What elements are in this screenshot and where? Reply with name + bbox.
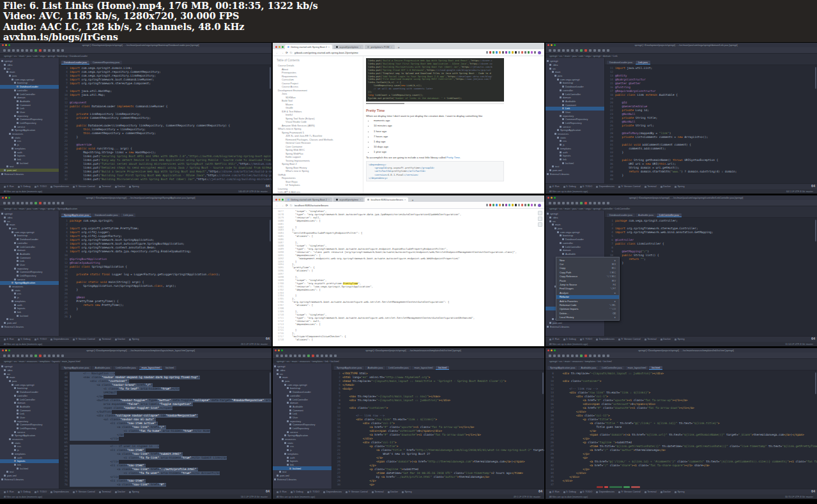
editor-tab[interactable]: Auditable.java: [636, 213, 656, 217]
editor-tab[interactable]: LinkController.java: [657, 213, 682, 217]
editor-tab[interactable]: SpringitApplication.java: [334, 366, 364, 370]
editor-tab[interactable]: list.html: [436, 366, 449, 370]
stop-button[interactable]: [312, 355, 314, 357]
reload-icon[interactable]: ⟳: [286, 204, 288, 207]
extension-icon[interactable]: [534, 204, 537, 206]
toolbar-icon[interactable]: [571, 49, 574, 52]
toolwindow-button[interactable]: 4: Run: [549, 185, 560, 188]
extension-icon[interactable]: [496, 51, 498, 54]
toolbar-icon[interactable]: [43, 202, 46, 204]
code-area[interactable]: 3import com.vega.springit.domain.Link;4i…: [59, 65, 271, 183]
toolwindow-button[interactable]: 6: TODO: [580, 338, 593, 340]
toolbar-icon[interactable]: [567, 355, 569, 357]
editor-tab[interactable]: SpringitApplication.java: [61, 213, 91, 217]
toolwindow-button[interactable]: 6: TODO: [307, 491, 320, 493]
editor-tab[interactable]: list.html: [649, 366, 662, 370]
toolbar-icon[interactable]: [562, 355, 565, 357]
toolwindow-button[interactable]: Docker: [115, 185, 126, 188]
toolbar-icon[interactable]: [558, 355, 560, 357]
editor-tab[interactable]: LinkController.java: [386, 366, 411, 370]
toolbar-icon[interactable]: [8, 49, 10, 52]
toolbar-icon[interactable]: [21, 355, 24, 357]
toc-item[interactable]: Links API & Add-ons: [277, 190, 363, 194]
minimize-window-icon[interactable]: [279, 199, 280, 201]
toolwindow-button[interactable]: 6: TODO: [34, 338, 47, 340]
tab-close-icon[interactable]: ×: [360, 45, 361, 49]
close-window-icon[interactable]: [2, 44, 4, 46]
toolbar-icon[interactable]: [43, 355, 46, 357]
toolbar-icon[interactable]: [30, 49, 33, 52]
toolbar-icon[interactable]: [602, 355, 605, 357]
extension-icon[interactable]: [518, 51, 521, 54]
editor-tab[interactable]: Link.java: [636, 61, 650, 65]
toolwindow-button[interactable]: Dependencies: [596, 338, 615, 340]
extension-icon[interactable]: [499, 204, 501, 206]
toolwindow-button[interactable]: Terminal: [645, 491, 657, 493]
toolwindow-button[interactable]: 4: Run: [549, 491, 560, 493]
extension-icon[interactable]: [489, 204, 492, 206]
close-window-icon[interactable]: [2, 349, 4, 351]
toolwindow-button[interactable]: 5: Debug: [563, 338, 576, 340]
extension-icon[interactable]: [502, 204, 505, 206]
toolbar-icon[interactable]: [607, 355, 609, 357]
extension-icon[interactable]: [502, 51, 505, 54]
editor-tab[interactable]: Auditable.java: [92, 366, 112, 370]
toolwindow-button[interactable]: Spring: [129, 338, 139, 340]
editor-tab[interactable]: list.html: [163, 366, 176, 370]
toolbar-icon[interactable]: [61, 355, 64, 357]
toolwindow-button[interactable]: Docker: [388, 491, 399, 493]
toolwindow-button[interactable]: Spring: [129, 491, 139, 493]
toolbar-icon[interactable]: [593, 355, 596, 357]
toolbar-icon[interactable]: [571, 202, 574, 204]
toolwindow-button[interactable]: 6: TODO: [580, 185, 593, 188]
close-window-icon[interactable]: [275, 199, 277, 201]
stop-button[interactable]: [584, 49, 587, 52]
toolwindow-button[interactable]: Terminal: [99, 491, 111, 493]
toolbar-icon[interactable]: [321, 355, 323, 357]
toolbar-icon[interactable]: [17, 355, 19, 357]
toolwindow-button[interactable]: Dependencies: [596, 491, 615, 493]
toolbar-icon[interactable]: [30, 355, 33, 357]
tab-close-icon[interactable]: ×: [328, 198, 330, 201]
toolwindow-button[interactable]: Spring: [402, 491, 411, 493]
json-viewer-button[interactable]: [538, 222, 542, 227]
prettytime-link[interactable]: Pretty Time: [447, 156, 460, 159]
toolbar-icon[interactable]: [3, 49, 6, 52]
extension-icon[interactable]: [499, 51, 501, 54]
toolbar-icon[interactable]: [553, 49, 556, 52]
toolwindow-button[interactable]: 9: Version Control: [73, 491, 95, 493]
run-button[interactable]: [34, 49, 37, 52]
zoom-window-icon[interactable]: [554, 349, 556, 351]
toolbar-icon[interactable]: [280, 355, 283, 357]
run-button[interactable]: [580, 355, 583, 357]
toolbar-icon[interactable]: [8, 355, 10, 357]
zoom-window-icon[interactable]: [554, 197, 556, 199]
toolwindow-button[interactable]: Dependencies: [50, 338, 69, 340]
stop-button[interactable]: [39, 202, 42, 204]
toolbar-icon[interactable]: [598, 49, 600, 52]
toolwindow-button[interactable]: Terminal: [99, 338, 111, 340]
editor-tab[interactable]: Auditable.java: [365, 366, 385, 370]
toolbar-icon[interactable]: [26, 49, 28, 52]
close-window-icon[interactable]: [547, 44, 549, 46]
extension-icon[interactable]: [512, 51, 514, 54]
tab-close-icon[interactable]: ×: [328, 45, 330, 49]
json-viewer-button[interactable]: [538, 211, 542, 215]
toolwindow-button[interactable]: 5: Debug: [291, 491, 303, 493]
extension-icon[interactable]: [489, 51, 492, 54]
editor-tab[interactable]: main_layout.html: [139, 366, 163, 370]
toolbar-icon[interactable]: [17, 49, 19, 52]
close-window-icon[interactable]: [275, 349, 277, 351]
code-area[interactable]: 11import java.util.List;1213@Entity14@No…: [605, 65, 817, 183]
browser-tab[interactable]: Getting started with Spring Boot 2×: [285, 45, 332, 49]
browser-tab[interactable]: Getting started with Spring Boot 2×: [285, 197, 332, 202]
toolbar-icon[interactable]: [593, 49, 596, 52]
toolbar-icon[interactable]: [3, 202, 6, 204]
zoom-window-icon[interactable]: [281, 349, 283, 351]
forward-icon[interactable]: →: [281, 51, 284, 54]
toolwindow-button[interactable]: 5: Debug: [18, 338, 31, 340]
toolbar-icon[interactable]: [289, 355, 292, 357]
url-text[interactable]: localhost:8080/actuator/beans: [294, 204, 484, 207]
toolbar-icon[interactable]: [12, 355, 15, 357]
tab-close-icon[interactable]: ×: [360, 198, 361, 201]
